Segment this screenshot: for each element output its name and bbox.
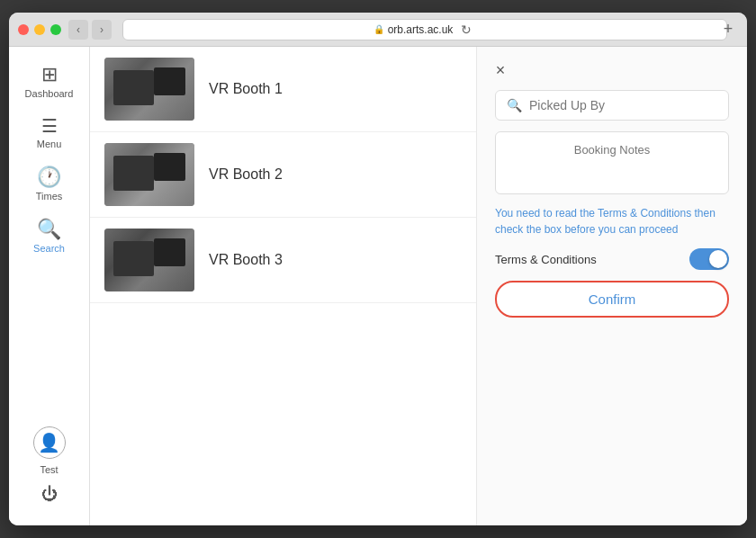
minimize-traffic-light[interactable] <box>34 24 45 35</box>
main-content: VR Booth 1 VR Booth 2 VR Booth 3 × <box>90 47 747 525</box>
power-icon: ⏻ <box>41 486 58 502</box>
dashboard-icon: ⊞ <box>41 65 58 85</box>
booth-thumbnail-3 <box>104 229 194 291</box>
sidebar: ⊞ Dashboard ☰ Menu 🕐 Times 🔍 Search 👤 Te… <box>9 47 90 525</box>
booth-name-3: VR Booth 3 <box>209 252 283 268</box>
terms-toggle[interactable] <box>689 248 729 270</box>
avatar-icon: 👤 <box>38 432 60 453</box>
url-text: orb.arts.ac.uk <box>388 23 454 36</box>
power-button[interactable]: ⏻ <box>9 480 89 507</box>
toggle-knob <box>709 250 727 268</box>
booth-image-3 <box>104 229 194 291</box>
lock-icon: 🔒 <box>374 24 384 34</box>
forward-button[interactable]: › <box>92 20 112 40</box>
booth-thumbnail-1 <box>104 58 194 121</box>
avatar[interactable]: 👤 <box>33 426 66 459</box>
booth-item-1[interactable]: VR Booth 1 <box>90 47 476 132</box>
nav-buttons: ‹ › <box>68 20 112 40</box>
sidebar-item-search[interactable]: 🔍 Search <box>9 211 89 263</box>
confirm-button[interactable]: Confirm <box>495 281 729 318</box>
sidebar-bottom: 👤 Test ⏻ <box>9 426 89 516</box>
booth-item-2[interactable]: VR Booth 2 <box>90 132 476 218</box>
sidebar-item-times[interactable]: 🕐 Times <box>9 158 89 211</box>
back-button[interactable]: ‹ <box>68 20 88 40</box>
terms-label: Terms & Conditions <box>495 253 597 266</box>
sidebar-label-search: Search <box>33 243 65 254</box>
user-label: Test <box>40 464 58 475</box>
terms-warning-text: You need to read the Terms & Conditions … <box>495 205 729 238</box>
booth-item-3[interactable]: VR Booth 3 <box>90 218 476 303</box>
sidebar-item-dashboard[interactable]: ⊞ Dashboard <box>9 56 89 108</box>
address-bar[interactable]: 🔒 orb.arts.ac.uk ↻ <box>122 19 727 40</box>
close-traffic-light[interactable] <box>18 24 29 35</box>
new-tab-button[interactable]: + <box>718 20 738 40</box>
sidebar-label-dashboard: Dashboard <box>25 88 74 99</box>
pickup-input[interactable] <box>529 98 717 112</box>
pickup-field-container: 🔍 <box>495 90 729 121</box>
pickup-search-icon: 🔍 <box>507 98 522 112</box>
sidebar-item-menu[interactable]: ☰ Menu <box>9 108 89 158</box>
traffic-lights <box>18 24 61 35</box>
browser-window: ‹ › 🔒 orb.arts.ac.uk ↻ + ⊞ Dashboard ☰ M… <box>9 13 747 525</box>
booth-image-1 <box>104 58 194 121</box>
maximize-traffic-light[interactable] <box>50 24 61 35</box>
notes-textarea[interactable] <box>495 131 729 194</box>
booth-thumbnail-2 <box>104 143 194 206</box>
booth-list: VR Booth 1 VR Booth 2 VR Booth 3 <box>90 47 477 525</box>
booking-panel: × 🔍 You need to read the Terms & Conditi… <box>477 47 747 525</box>
close-button[interactable]: × <box>490 59 511 81</box>
search-icon: 🔍 <box>37 220 61 239</box>
sidebar-label-times: Times <box>36 191 63 202</box>
booth-name-2: VR Booth 2 <box>209 166 283 183</box>
reload-button[interactable]: ↻ <box>456 20 476 40</box>
app-content: ⊞ Dashboard ☰ Menu 🕐 Times 🔍 Search 👤 Te… <box>9 47 747 525</box>
booth-image-2 <box>104 143 194 206</box>
sidebar-label-menu: Menu <box>37 139 62 149</box>
menu-icon: ☰ <box>41 117 58 135</box>
clock-icon: 🕐 <box>37 167 61 187</box>
booth-name-1: VR Booth 1 <box>209 81 283 97</box>
terms-row: Terms & Conditions <box>495 248 729 270</box>
title-bar: ‹ › 🔒 orb.arts.ac.uk ↻ + <box>9 13 747 47</box>
